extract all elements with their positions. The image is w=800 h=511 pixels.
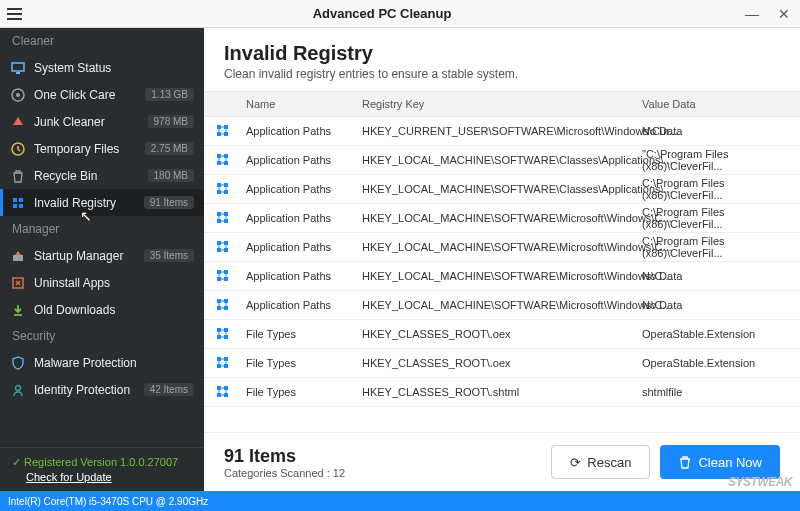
row-key: HKEY_CLASSES_ROOT\.shtml [362,386,642,398]
disc-icon [10,87,26,103]
sidebar-item-startup-manager[interactable]: Startup Manager 35 Items [0,242,204,269]
row-name: Application Paths [242,125,362,137]
row-key: HKEY_LOCAL_MACHINE\SOFTWARE\Microsoft\Wi… [362,299,642,311]
row-name: File Types [242,386,362,398]
registry-row-icon [216,211,230,225]
sidebar-item-label: System Status [34,61,194,75]
table-header: Name Registry Key Value Data [204,91,800,117]
row-value: "C:\Program Files (x86)\CleverFil... [642,148,800,172]
registry-row-icon [216,327,230,341]
junk-icon [10,114,26,130]
table-row[interactable]: Application PathsHKEY_LOCAL_MACHINE\SOFT… [204,204,800,233]
svg-rect-0 [12,63,24,71]
table-row[interactable]: Application PathsHKEY_LOCAL_MACHINE\SOFT… [204,146,800,175]
svg-point-11 [16,385,21,390]
row-name: Application Paths [242,212,362,224]
sidebar-badge: 2.75 MB [145,142,194,155]
sidebar-item-uninstall-apps[interactable]: Uninstall Apps [0,269,204,296]
col-name: Name [242,98,362,110]
row-name: Application Paths [242,241,362,253]
svg-rect-36 [217,299,221,303]
sidebar-item-one-click-care[interactable]: One Click Care 1.13 GB [0,81,204,108]
categories-scanned: Categories Scanned : 12 [224,467,541,479]
table-row[interactable]: Application PathsHKEY_CURRENT_USER\SOFTW… [204,117,800,146]
sidebar-item-label: Junk Cleaner [34,115,148,129]
table-row[interactable]: Application PathsHKEY_LOCAL_MACHINE\SOFT… [204,291,800,320]
svg-rect-1 [16,72,20,74]
svg-rect-24 [217,212,221,216]
check-update-link[interactable]: Check for Update [26,471,192,483]
row-key: HKEY_CLASSES_ROOT\.oex [362,328,642,340]
svg-rect-44 [217,357,221,361]
sidebar-item-identity-protection[interactable]: Identity Protection 42 Items [0,376,204,403]
sidebar-item-recycle-bin[interactable]: Recycle Bin 180 MB [0,162,204,189]
minimize-button[interactable]: — [736,0,768,28]
svg-rect-5 [13,198,17,202]
refresh-icon: ⟳ [570,455,581,470]
svg-rect-12 [217,125,221,129]
startup-icon [10,248,26,264]
rescan-button[interactable]: ⟳ Rescan [551,445,650,479]
row-key: HKEY_CLASSES_ROOT\.oex [362,357,642,369]
close-button[interactable]: ✕ [768,0,800,28]
monitor-icon [10,60,26,76]
table-row[interactable]: File TypesHKEY_CLASSES_ROOT\.oexOperaSta… [204,320,800,349]
row-value: C:\Program Files (x86)\CleverFil... [642,235,800,259]
sidebar-item-label: Startup Manager [34,249,144,263]
sidebar-item-label: Identity Protection [34,383,144,397]
table-row[interactable]: File TypesHKEY_CLASSES_ROOT\.oexOperaSta… [204,349,800,378]
row-key: HKEY_LOCAL_MACHINE\SOFTWARE\Classes\Appl… [362,183,642,195]
sidebar-item-temporary-files[interactable]: Temporary Files 2.75 MB [0,135,204,162]
table-row[interactable]: Application PathsHKEY_LOCAL_MACHINE\SOFT… [204,233,800,262]
sidebar-badge: 978 MB [148,115,194,128]
sidebar: Cleaner System Status One Click Care 1.1… [0,28,204,491]
registry-row-icon [216,182,230,196]
sidebar-badge: 1.13 GB [145,88,194,101]
svg-rect-9 [13,255,23,261]
row-key: HKEY_CURRENT_USER\SOFTWARE\Microsoft\Win… [362,125,642,137]
sidebar-item-label: One Click Care [34,88,145,102]
statusbar: Intel(R) Core(TM) i5-3470S CPU @ 2.90GHz [0,491,800,511]
row-name: File Types [242,328,362,340]
row-name: Application Paths [242,270,362,282]
sidebar-item-junk-cleaner[interactable]: Junk Cleaner 978 MB [0,108,204,135]
sidebar-item-label: Malware Protection [34,356,194,370]
registry-row-icon [216,124,230,138]
svg-rect-8 [19,204,23,208]
registry-row-icon [216,298,230,312]
page-title: Invalid Registry [224,42,780,65]
row-value: shtmlfile [642,386,800,398]
items-count: 91 Items [224,446,541,467]
table-row[interactable]: Application PathsHKEY_LOCAL_MACHINE\SOFT… [204,175,800,204]
main-panel: Invalid Registry Clean invalid registry … [204,28,800,491]
row-name: Application Paths [242,299,362,311]
sidebar-item-malware-protection[interactable]: Malware Protection [0,349,204,376]
sidebar-badge: 35 Items [144,249,194,262]
svg-rect-6 [19,198,23,202]
row-value: C:\Program Files (x86)\CleverFil... [642,177,800,201]
registry-icon [10,195,26,211]
sidebar-item-label: Invalid Registry [34,196,144,210]
table-body[interactable]: Application PathsHKEY_CURRENT_USER\SOFTW… [204,117,800,432]
svg-point-3 [16,93,20,97]
clock-icon [10,141,26,157]
clean-now-button[interactable]: Clean Now [660,445,780,479]
cpu-info: Intel(R) Core(TM) i5-3470S CPU @ 2.90GHz [8,496,208,507]
table-row[interactable]: File TypesHKEY_CLASSES_ROOT\.shtmlshtmlf… [204,378,800,407]
sidebar-item-invalid-registry[interactable]: Invalid Registry 91 Items [0,189,204,216]
watermark: SYSTWEAK [728,475,792,489]
row-key: HKEY_LOCAL_MACHINE\SOFTWARE\Microsoft\Wi… [362,241,642,253]
sidebar-item-system-status[interactable]: System Status [0,54,204,81]
col-value: Value Data [642,98,800,110]
registry-row-icon [216,356,230,370]
trash-icon [678,455,692,469]
row-value: No Data [642,299,800,311]
sidebar-item-old-downloads[interactable]: Old Downloads [0,296,204,323]
registry-row-icon [216,385,230,399]
uninstall-icon [10,275,26,291]
trash-icon [10,168,26,184]
hamburger-menu-icon[interactable] [0,8,28,20]
svg-rect-20 [217,183,221,187]
table-row[interactable]: Application PathsHKEY_LOCAL_MACHINE\SOFT… [204,262,800,291]
row-value: No Data [642,125,800,137]
